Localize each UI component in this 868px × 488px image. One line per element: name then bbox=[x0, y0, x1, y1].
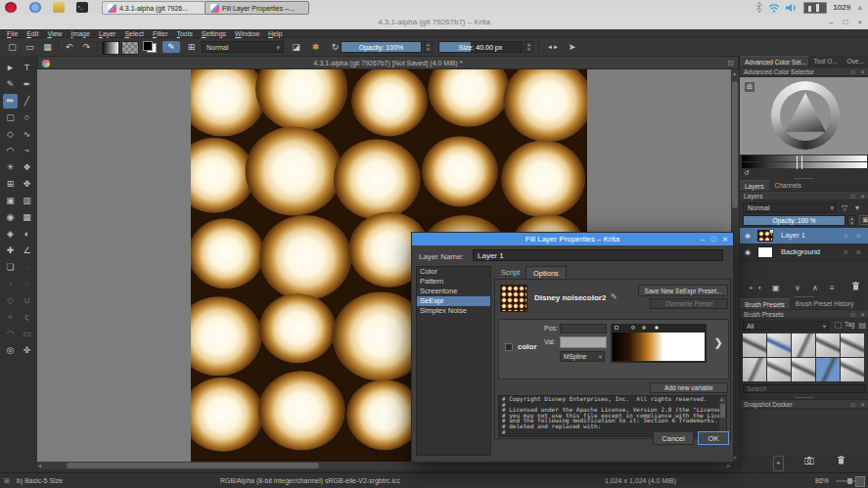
gradient-tool[interactable]: ▥ bbox=[20, 194, 34, 208]
dialog-maximize-icon[interactable]: □ bbox=[711, 233, 715, 245]
menu-edit[interactable]: Edit bbox=[26, 30, 38, 37]
generator-seexpr[interactable]: SeExpr bbox=[417, 296, 490, 306]
val-field[interactable] bbox=[560, 336, 607, 348]
zoom-tool[interactable]: ◎ bbox=[3, 343, 18, 358]
maximize-icon[interactable]: □ bbox=[843, 18, 847, 26]
ellipse-select-tool[interactable]: ◌ bbox=[20, 277, 34, 291]
generator-list[interactable]: ColorPatternScreentoneSeExprSimplex Nois… bbox=[416, 266, 491, 456]
gradient-stop-marker[interactable] bbox=[655, 326, 659, 330]
tag-checkbox[interactable] bbox=[835, 322, 842, 329]
interpolation-combo[interactable]: MSpline▾ bbox=[560, 351, 605, 362]
brush-preset[interactable] bbox=[841, 358, 864, 381]
color-history-icon[interactable]: ↺ bbox=[744, 169, 750, 177]
minimize-icon[interactable]: – bbox=[829, 18, 833, 26]
ok-button[interactable]: OK bbox=[698, 431, 729, 445]
layer-properties-button[interactable]: ≡ bbox=[830, 282, 835, 294]
menu-select[interactable]: Select bbox=[124, 30, 143, 37]
layer-blend-combo[interactable]: Normal▾ bbox=[743, 202, 837, 213]
brush-preset[interactable] bbox=[792, 358, 815, 381]
brush-preset[interactable] bbox=[767, 333, 791, 357]
task-window-button[interactable]: Fill Layer Properties –... bbox=[205, 1, 309, 15]
volume-icon[interactable] bbox=[786, 3, 798, 13]
size-slider[interactable]: Size: 40.00 px bbox=[438, 41, 523, 53]
bluetooth-icon[interactable] bbox=[755, 2, 762, 13]
freehand-select-tool[interactable]: ∪ bbox=[20, 293, 34, 308]
snapshot-docker-header[interactable]: Snapshot Docker ⊡ ✕ bbox=[740, 399, 868, 409]
edit-preset-icon[interactable]: ✎ bbox=[611, 292, 617, 301]
terminal-icon[interactable] bbox=[76, 2, 88, 13]
tab-options[interactable]: Options bbox=[525, 266, 567, 279]
brush-presets-header[interactable]: Brush Presets ⊡ ✕ bbox=[740, 309, 868, 319]
next-variable-arrow[interactable]: ❯ bbox=[710, 328, 726, 357]
reference-images-tool[interactable]: ❏ bbox=[3, 260, 18, 275]
raspberry-menu-icon[interactable] bbox=[5, 2, 17, 13]
generator-screentone[interactable]: Screentone bbox=[417, 287, 490, 296]
fg-bg-colors[interactable] bbox=[143, 41, 157, 53]
freehand-path-tool[interactable]: ~ bbox=[20, 144, 34, 158]
menu-tools[interactable]: Tools bbox=[176, 30, 192, 37]
bezier-select-tool[interactable]: ◠ bbox=[3, 327, 18, 341]
transform-tool[interactable]: ⊞ bbox=[3, 177, 18, 192]
mirror-icon[interactable]: ◄► bbox=[544, 41, 562, 53]
calligraphy-tool[interactable]: ✒ bbox=[20, 77, 34, 92]
tab-script[interactable]: Script bbox=[494, 266, 526, 279]
gradient-gear-icon[interactable]: ✱ bbox=[309, 41, 322, 53]
subwindow-float-icon[interactable]: ⊡ bbox=[727, 59, 734, 67]
docker-close-icon[interactable]: ✕ bbox=[860, 192, 865, 201]
add-layer-arrow[interactable]: ▾ bbox=[758, 282, 761, 294]
visibility-eye-icon[interactable]: ◉ bbox=[745, 232, 751, 240]
brush-preset[interactable] bbox=[792, 333, 815, 357]
select-shapes-tool[interactable]: ► bbox=[3, 61, 18, 75]
layer-filter-arrow[interactable]: ▾ bbox=[855, 203, 859, 212]
menu-layer[interactable]: Layer bbox=[99, 30, 116, 37]
zoom-percent[interactable]: 86% bbox=[815, 473, 829, 488]
browser-icon[interactable] bbox=[29, 2, 41, 13]
clock[interactable]: 1029 bbox=[833, 3, 850, 12]
measure-tool[interactable]: ∠ bbox=[20, 244, 34, 258]
variable-checkbox[interactable] bbox=[505, 343, 513, 351]
docker-float-icon[interactable]: ⊡ bbox=[850, 67, 855, 77]
seexpr-preset-thumbnail[interactable] bbox=[500, 285, 527, 312]
dialog-minimize-icon[interactable]: – bbox=[701, 233, 705, 245]
docker-close-icon[interactable]: ✕ bbox=[860, 310, 865, 320]
undo-icon[interactable]: ↶ bbox=[63, 41, 75, 53]
layer-name-input[interactable] bbox=[473, 249, 723, 261]
similar-select-tool[interactable]: ≈ bbox=[3, 310, 18, 325]
brush-filter-combo[interactable]: All▾ bbox=[743, 321, 829, 331]
docker-float-icon[interactable]: ⊡ bbox=[850, 310, 855, 320]
layer-options-button[interactable]: ▣ bbox=[859, 215, 868, 225]
pan-tool[interactable]: ✜ bbox=[20, 343, 34, 358]
redo-icon[interactable]: ↷ bbox=[80, 41, 93, 53]
layer-opacity-spinner[interactable]: ▴▾ bbox=[847, 215, 856, 226]
line-tool[interactable]: ╱ bbox=[20, 94, 34, 109]
docker-close-icon[interactable]: ✕ bbox=[860, 400, 865, 410]
brush-preset[interactable] bbox=[743, 333, 766, 357]
brush-preset[interactable] bbox=[767, 358, 791, 381]
menu-settings[interactable]: Settings bbox=[202, 30, 226, 37]
canvas-subwindow-titlebar[interactable]: 4.3.1-alpha (git 79267b7) [Not Saved] (4… bbox=[37, 56, 739, 69]
create-snapshot-button[interactable]: + bbox=[773, 456, 784, 471]
ellipse-tool[interactable]: ○ bbox=[20, 111, 34, 125]
text-tool[interactable]: T bbox=[20, 61, 34, 75]
opacity-slider[interactable]: Opacity: 100% bbox=[341, 41, 422, 53]
preset-chooser-icon[interactable]: ⊞ bbox=[185, 41, 198, 53]
save-new-preset-button[interactable]: Save New SeExpr Preset... bbox=[638, 285, 728, 296]
gradient-swatch[interactable] bbox=[102, 41, 119, 55]
move-tool[interactable]: ✥ bbox=[20, 177, 34, 192]
polygon-select-tool[interactable]: ◇ bbox=[3, 293, 18, 308]
brush-search-input[interactable] bbox=[743, 384, 866, 393]
duplicate-layer-button[interactable]: ▣ bbox=[772, 282, 780, 294]
snapshot-list[interactable] bbox=[740, 410, 868, 456]
rect-select-tool[interactable]: ▫ bbox=[3, 277, 18, 291]
switch-snapshot-button[interactable] bbox=[804, 456, 814, 469]
polyline-tool[interactable]: ∿ bbox=[20, 127, 34, 142]
menu-file[interactable]: File bbox=[7, 30, 18, 37]
value-strip-1[interactable] bbox=[742, 155, 867, 161]
edit-shapes-tool[interactable]: ✎ bbox=[3, 77, 18, 92]
menu-window[interactable]: Window bbox=[235, 30, 259, 37]
dialog-close-icon[interactable]: ✕ bbox=[722, 233, 728, 245]
menu-view[interactable]: View bbox=[47, 30, 62, 37]
multibrush-tool[interactable]: ❖ bbox=[20, 160, 34, 175]
generator-color[interactable]: Color bbox=[417, 267, 490, 277]
outline-select-tool[interactable]: ▭ bbox=[20, 327, 34, 341]
